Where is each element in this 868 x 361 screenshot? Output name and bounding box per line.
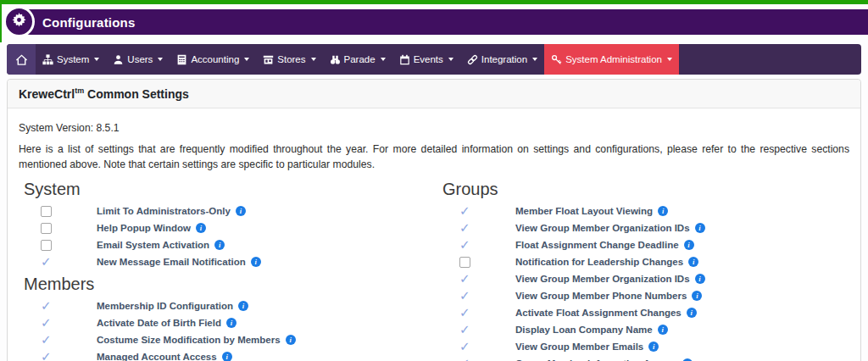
setting-label: Notification for Leadership Changesi (515, 257, 698, 267)
chevron-down-icon (448, 58, 453, 61)
nav-item-label: Integration (481, 54, 527, 64)
unchecked-checkbox[interactable] (41, 223, 52, 234)
info-icon[interactable]: i (286, 335, 296, 345)
checked-checkbox[interactable]: ✓ (41, 301, 52, 312)
checkbox-cell: ✓ (19, 257, 97, 268)
setting-row: ✓New Message Email Notificationi (19, 253, 431, 270)
info-icon[interactable]: i (214, 240, 225, 250)
checked-checkbox[interactable]: ✓ (459, 274, 470, 285)
settings-column-right: Groups✓Member Float Layout Viewingi✓View… (437, 175, 849, 361)
nav-item-events[interactable]: Events (392, 44, 460, 75)
setting-label: Membership ID Configurationi (97, 301, 248, 311)
calendar-icon (399, 54, 410, 65)
nav-item-integration[interactable]: Integration (460, 44, 544, 75)
unchecked-checkbox[interactable] (41, 206, 52, 217)
nav-item-label: Users (127, 54, 153, 64)
info-icon[interactable]: i (222, 352, 232, 361)
nav-item-users[interactable]: Users (106, 44, 170, 75)
checked-checkbox[interactable]: ✓ (41, 352, 52, 361)
setting-label: View Group Member Organization IDsi (515, 223, 705, 233)
setting-row: ✓Member Float Layout Viewingi (437, 203, 849, 219)
setting-row: ✓Display Loan Company Namei (437, 321, 849, 338)
home-icon (15, 53, 28, 66)
info-icon[interactable]: i (695, 274, 705, 284)
setting-label: Managed Account Accessi (97, 352, 232, 361)
info-icon[interactable]: i (251, 257, 261, 267)
nav-item-system-administration[interactable]: System Administration (544, 44, 679, 75)
info-icon[interactable]: i (236, 206, 246, 216)
key-icon (551, 54, 562, 65)
setting-label: Limit To Administrators-Onlyi (97, 206, 246, 216)
info-icon[interactable]: i (695, 223, 705, 233)
nav-home-button[interactable] (7, 44, 36, 75)
unchecked-checkbox[interactable] (41, 240, 52, 251)
checkbox-cell: ✓ (19, 335, 97, 346)
nav-item-label: Accounting (191, 54, 239, 64)
info-icon[interactable]: i (226, 318, 236, 328)
checked-checkbox[interactable]: ✓ (459, 342, 470, 353)
section-heading-system: System (19, 180, 431, 199)
navbar-items: SystemUsersAccountingStoresParadeEventsI… (36, 44, 679, 75)
card-body: System Version: 8.5.1 Here is a list of … (8, 108, 860, 361)
setting-row: ✓Activate Date of Birth Fieldi (19, 314, 431, 331)
checkbox-cell (437, 257, 515, 268)
checked-checkbox[interactable]: ✓ (459, 308, 470, 319)
checked-checkbox[interactable]: ✓ (459, 291, 470, 302)
settings-card: KreweCtrltm Common Settings System Versi… (7, 79, 861, 361)
nav-item-label: Parade (344, 54, 376, 64)
setting-row: ✓View Group Member Phone Numbersi (437, 287, 849, 304)
checkbox-cell: ✓ (437, 308, 515, 319)
setting-row: ✓Costume Size Modification by Membersi (19, 331, 431, 348)
setting-label: Costume Size Modification by Membersi (97, 335, 296, 345)
checkbox-cell (19, 240, 97, 251)
info-icon[interactable]: i (648, 342, 659, 352)
checkbox-cell: ✓ (19, 352, 97, 361)
nav-item-system[interactable]: System (36, 44, 106, 75)
description-text: Here is a list of settings that are freq… (19, 142, 849, 173)
info-icon[interactable]: i (692, 291, 702, 301)
checkbox-cell: ✓ (19, 318, 97, 329)
info-icon[interactable]: i (684, 240, 694, 250)
chevron-down-icon (667, 58, 672, 61)
checkbox-cell: ✓ (437, 291, 515, 302)
info-icon[interactable]: i (688, 257, 698, 267)
unchecked-checkbox[interactable] (459, 257, 470, 268)
checked-checkbox[interactable]: ✓ (41, 335, 52, 346)
header-bar (17, 9, 868, 35)
setting-label: Float Assignment Change Deadlinei (515, 240, 694, 250)
info-icon[interactable]: i (658, 206, 668, 216)
checkbox-cell: ✓ (437, 325, 515, 336)
setting-row: Help Popup Windowi (19, 219, 431, 236)
checked-checkbox[interactable]: ✓ (459, 325, 470, 336)
checkbox-cell: ✓ (437, 342, 515, 353)
info-icon[interactable]: i (238, 301, 248, 311)
checkbox-cell: ✓ (437, 223, 515, 234)
checked-checkbox[interactable]: ✓ (41, 318, 52, 329)
checked-checkbox[interactable]: ✓ (41, 257, 52, 268)
setting-label: Help Popup Windowi (97, 223, 206, 233)
nav-item-stores[interactable]: Stores (256, 44, 322, 75)
info-icon[interactable]: i (687, 308, 697, 318)
calculator-icon (176, 54, 187, 65)
gear-icon (12, 13, 26, 31)
checkbox-cell: ✓ (437, 274, 515, 285)
nav-item-accounting[interactable]: Accounting (170, 44, 256, 75)
setting-row: ✓View Group Member Emailsi (437, 338, 849, 355)
app-logo (3, 6, 35, 37)
info-icon[interactable]: i (658, 325, 668, 335)
chevron-down-icon (244, 58, 249, 61)
checked-checkbox[interactable]: ✓ (459, 223, 470, 234)
setting-label: View Group Member Emailsi (515, 342, 659, 352)
setting-row: ✓Managed Account Accessi (19, 348, 431, 361)
checkbox-cell (19, 206, 97, 217)
settings-grid: SystemLimit To Administrators-OnlyiHelp … (19, 175, 849, 361)
setting-row: ✓View Group Member Organization IDsi (437, 219, 849, 236)
checked-checkbox[interactable]: ✓ (459, 206, 470, 217)
card-title: KreweCtrltm Common Settings (8, 80, 860, 108)
nav-item-parade[interactable]: Parade (323, 44, 392, 75)
info-icon[interactable]: i (196, 223, 206, 233)
checked-checkbox[interactable]: ✓ (459, 240, 470, 251)
setting-row: ✓Activate Float Assignment Changesi (437, 304, 849, 321)
setting-row: ✓Float Assignment Change Deadlinei (437, 236, 849, 253)
nav-item-label: System (57, 54, 89, 64)
